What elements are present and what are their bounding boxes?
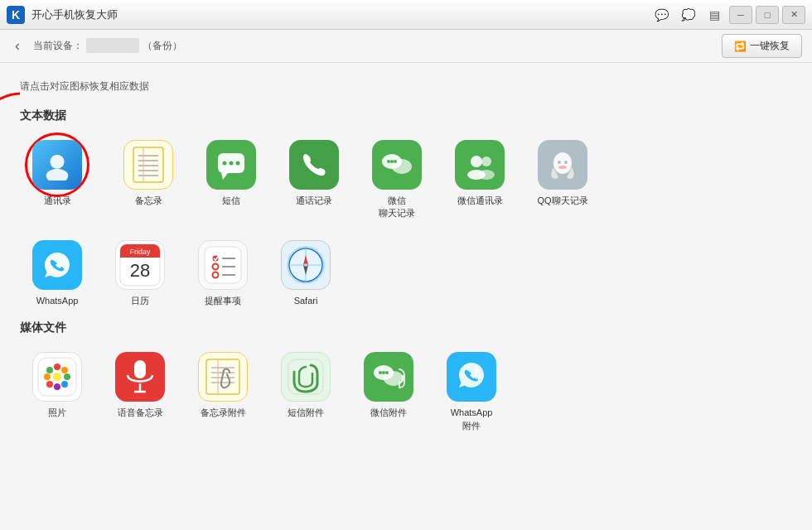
svg-point-52 — [54, 383, 60, 390]
svg-rect-56 — [134, 360, 146, 378]
chat2-icon[interactable]: 💭 — [676, 6, 699, 24]
notes-attach-icon-item[interactable]: 备忘录附件 — [186, 347, 260, 437]
sms-icon-item[interactable]: 短信 — [194, 135, 268, 225]
maximize-button[interactable]: □ — [756, 6, 779, 24]
device-info: 当前设备： （备份） — [33, 39, 722, 53]
safari-label: Safari — [294, 295, 318, 307]
whatsapp-icon — [32, 240, 82, 290]
svg-point-55 — [46, 367, 53, 373]
contacts-icon-item[interactable]: 通讯录 — [20, 135, 94, 225]
one-key-restore-button[interactable]: 🔁 一键恢复 — [722, 34, 802, 58]
contacts-icon — [32, 140, 82, 190]
sms-attach-label: 短信附件 — [288, 407, 324, 419]
svg-rect-33 — [205, 247, 241, 283]
sms-attach-icon — [281, 352, 331, 402]
wechat-contacts-icon-item[interactable]: 微信通讯录 — [442, 135, 517, 225]
voice-notes-label: 语音备忘录 — [118, 407, 163, 419]
restore-label: 一键恢复 — [750, 39, 790, 53]
notes-attach-label: 备忘录附件 — [201, 407, 246, 419]
call-log-icon — [289, 140, 339, 190]
whatsapp-icon-item[interactable]: WhatsApp — [20, 235, 94, 312]
media-icons-row: 照片 语音备忘录 — [20, 347, 792, 437]
svg-point-50 — [64, 373, 70, 380]
voice-notes-icon-item[interactable]: 语音备忘录 — [103, 347, 177, 437]
wechat-chat-icon — [372, 140, 422, 190]
wechat-attach-label: 微信附件 — [370, 407, 407, 419]
safari-icon — [281, 240, 331, 290]
photos-icon-item[interactable]: 照片 — [20, 347, 94, 437]
safari-icon-item[interactable]: Safari — [268, 235, 343, 312]
svg-point-0 — [50, 155, 64, 169]
notes-label: 备忘录 — [135, 195, 162, 207]
photos-label: 照片 — [48, 407, 66, 419]
svg-point-47 — [53, 373, 61, 381]
svg-point-24 — [553, 152, 572, 174]
svg-point-21 — [481, 157, 491, 166]
svg-point-27 — [558, 166, 567, 169]
calendar-icon-item[interactable]: Friday 28 日历 — [103, 235, 177, 312]
svg-point-54 — [44, 373, 51, 380]
wechat-attach-icon — [364, 352, 413, 402]
reminders-icon — [198, 240, 248, 290]
svg-point-13 — [230, 161, 234, 166]
wechat-contacts-label: 微信通讯录 — [457, 195, 503, 207]
svg-point-68 — [379, 371, 382, 374]
nav-bar: ‹ 当前设备： （备份） 🔁 一键恢复 — [0, 30, 812, 63]
svg-point-19 — [394, 160, 397, 163]
text-data-section-title: 文本数据 — [20, 108, 792, 123]
main-content: 请点击对应图标恢复相应数据 文本数据 通讯录 — [0, 63, 812, 530]
sms-attach-icon-item[interactable]: 短信附件 — [268, 347, 343, 437]
minimize-button[interactable]: ─ — [729, 6, 752, 24]
svg-rect-3 — [133, 147, 163, 182]
reminders-icon-item[interactable]: 提醒事项 — [186, 235, 260, 312]
text-data-icons-row2: WhatsApp Friday 28 日历 — [20, 235, 792, 312]
whatsapp-attach-icon-item[interactable]: WhatsApp附件 — [434, 347, 509, 437]
contacts-label: 通讯录 — [44, 195, 71, 207]
svg-point-25 — [558, 161, 561, 164]
notes-icon — [123, 140, 173, 190]
call-log-label: 通话记录 — [296, 195, 332, 207]
wechat-chat-icon-item[interactable]: 微信聊天记录 — [360, 135, 434, 225]
calendar-icon: Friday 28 — [115, 240, 165, 290]
text-data-icons-row: 通讯录 — [20, 135, 792, 225]
media-section-title: 媒体文件 — [20, 320, 792, 335]
wechat-chat-label: 微信聊天记录 — [379, 195, 415, 220]
qq-chat-icon-item[interactable]: QQ聊天记录 — [525, 135, 600, 225]
wechat-contacts-icon — [455, 140, 505, 190]
sms-label: 短信 — [222, 195, 240, 207]
svg-point-48 — [54, 364, 60, 370]
instruction-text: 请点击对应图标恢复相应数据 — [20, 80, 792, 94]
qq-chat-label: QQ聊天记录 — [537, 195, 587, 207]
reminders-label: 提醒事项 — [205, 295, 241, 307]
svg-point-69 — [382, 371, 385, 374]
svg-point-18 — [390, 160, 394, 163]
app-title: 开心手机恢复大师 — [31, 7, 650, 22]
close-button[interactable]: ✕ — [782, 6, 805, 24]
svg-marker-11 — [221, 173, 228, 180]
whatsapp-attach-icon — [447, 352, 496, 402]
svg-point-20 — [471, 156, 482, 167]
menu-icon[interactable]: ▤ — [703, 6, 726, 24]
svg-text:28: 28 — [130, 260, 150, 281]
chat-icon[interactable]: 💬 — [650, 6, 673, 24]
sms-icon — [206, 140, 256, 190]
svg-point-53 — [46, 381, 53, 388]
device-name — [86, 38, 139, 53]
svg-point-23 — [478, 170, 495, 180]
back-button[interactable]: ‹ — [10, 36, 25, 56]
calendar-label: 日历 — [131, 295, 149, 307]
notes-icon-item[interactable]: 备忘录 — [111, 135, 186, 225]
qq-chat-icon — [538, 140, 587, 190]
notes-attach-icon — [198, 352, 248, 402]
svg-point-12 — [223, 161, 227, 166]
whatsapp-label: WhatsApp — [36, 295, 79, 307]
svg-point-26 — [564, 161, 568, 164]
title-controls: 💬 💭 ▤ ─ □ ✕ — [650, 6, 805, 24]
title-bar: K 开心手机恢复大师 💬 💭 ▤ ─ □ ✕ — [0, 0, 812, 30]
svg-point-49 — [61, 367, 68, 373]
svg-point-14 — [236, 161, 240, 166]
call-log-icon-item[interactable]: 通话记录 — [277, 135, 351, 225]
photos-icon — [32, 352, 82, 402]
wechat-attach-icon-item[interactable]: 微信附件 — [351, 347, 426, 437]
whatsapp-attach-label: WhatsApp附件 — [451, 407, 493, 432]
